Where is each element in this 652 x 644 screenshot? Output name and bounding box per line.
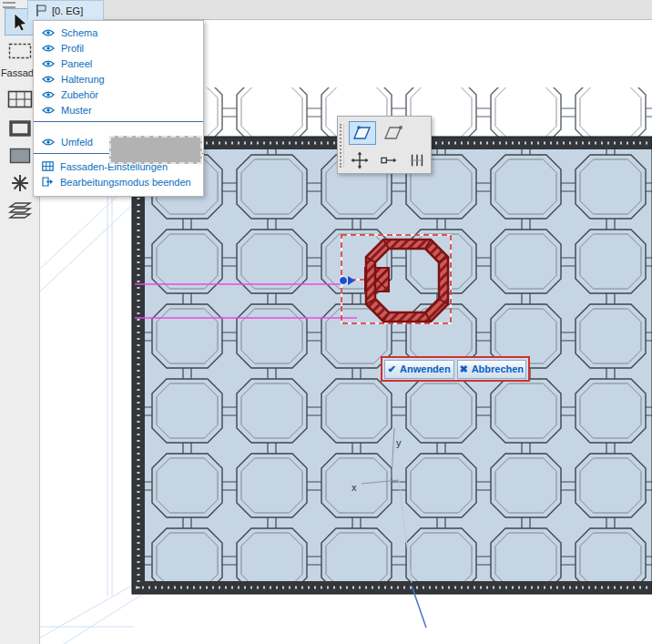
pet-palette (337, 116, 432, 174)
marquee-icon (8, 43, 32, 59)
menu-item-exit-edit-mode[interactable]: Bearbeitungsmodus beenden (34, 174, 203, 189)
move-arrows-icon (351, 151, 369, 169)
menu-item-label: Profil (61, 43, 84, 54)
palette-menu-icon[interactable] (3, 2, 15, 8)
axis-x-label: x (351, 482, 357, 493)
menu-item-label: Muster (61, 105, 92, 116)
menu-item-label: Umfeld (61, 137, 93, 148)
marquee-tool-button[interactable] (6, 41, 34, 61)
tab-bar (40, 0, 652, 20)
apply-button-label: Anwenden (400, 363, 451, 374)
menu-item-label: Zubehör (61, 89, 98, 100)
junction-tool-button[interactable] (6, 172, 34, 194)
menu-item-label: Schema (61, 27, 97, 38)
exit-door-icon (42, 177, 54, 187)
distribute-columns-icon (409, 152, 425, 169)
draw-boundary-button[interactable] (349, 121, 376, 145)
polygon-outline-icon (382, 124, 404, 142)
menu-item-label: Bearbeitungsmodus beenden (60, 177, 191, 188)
tab-story-label: [0. EG] (52, 5, 83, 16)
eye-icon (42, 44, 55, 53)
menu-item-paneel[interactable]: Paneel (34, 56, 203, 71)
menu-separator (34, 121, 203, 122)
frame-tool-button[interactable] (6, 118, 34, 139)
polygon-tool-icon (351, 124, 373, 142)
distribute-button[interactable] (405, 149, 429, 170)
tab-story[interactable]: [0. EG] (27, 0, 104, 20)
app-window: y x Fassade (0, 0, 652, 644)
palette-fragment (109, 136, 202, 164)
check-icon: ✔ (388, 363, 396, 375)
grid-scheme-icon (7, 90, 33, 108)
apply-button[interactable]: ✔ Anwenden (384, 360, 454, 379)
junction-asterisk-icon (10, 173, 30, 193)
cancel-button-label: Abbrechen (472, 363, 524, 374)
menu-item-halterung[interactable]: Halterung (34, 71, 203, 87)
cancel-button[interactable]: ✖ Abbrechen (457, 360, 527, 379)
eye-icon (42, 75, 55, 84)
eye-icon (42, 106, 55, 115)
scheme-tool-button[interactable] (6, 88, 34, 110)
apply-cancel-bar: ✔ Anwenden ✖ Abbrechen (381, 356, 530, 382)
stretch-button[interactable] (376, 149, 402, 170)
cross-icon: ✖ (459, 363, 467, 375)
menu-item-schema[interactable]: Schema (34, 25, 203, 40)
menu-item-muster[interactable]: Muster (34, 102, 203, 118)
menu-item-label: Halterung (61, 74, 105, 85)
settings-grid-icon (42, 161, 54, 171)
offset-boundary-button[interactable] (380, 121, 407, 145)
frame-outline-icon (8, 119, 32, 138)
stretch-icon (380, 152, 398, 169)
menu-item-label: Paneel (61, 58, 92, 69)
eye-icon (42, 90, 55, 99)
eye-icon (42, 28, 55, 37)
panel-tool-button[interactable] (6, 145, 34, 167)
move-button[interactable] (347, 149, 372, 170)
cursor-arrow-icon (11, 13, 27, 32)
eye-icon (42, 138, 55, 147)
eye-icon (42, 59, 55, 68)
axis-y-label: y (396, 437, 402, 448)
menu-item-zubehoer[interactable]: Zubehör (34, 87, 203, 102)
facade-view-menu: Schema Profil Paneel Halterung (33, 20, 204, 197)
stacked-panels-icon (6, 200, 34, 220)
panel-filled-icon (8, 147, 32, 165)
menu-item-profil[interactable]: Profil (34, 40, 203, 56)
story-flag-icon (36, 4, 46, 17)
accessory-tool-button[interactable] (6, 199, 34, 221)
palette-drag-handle[interactable] (340, 124, 344, 168)
